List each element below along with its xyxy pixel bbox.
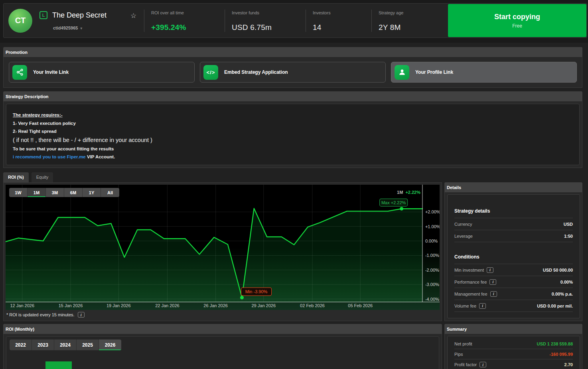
- description-line: 2- Real Tight spread: [13, 127, 579, 136]
- details-section: Details Strategy details Currency USD Le…: [444, 182, 582, 321]
- detail-row-currency: Currency USD: [454, 218, 573, 230]
- range-button-1w[interactable]: 1W: [9, 188, 28, 197]
- tab-equity[interactable]: Equity: [32, 172, 53, 182]
- summary-row-net-profit: Net profit USD 1 238 559.88: [454, 339, 573, 349]
- svg-text:+1.00%: +1.00%: [425, 224, 440, 229]
- page-title: The Deep Secret: [52, 11, 107, 20]
- roi-line-chart: 12 Jan 202615 Jan 202619 Jan 202622 Jan …: [6, 185, 440, 310]
- start-copying-button[interactable]: Start copying Free: [448, 4, 586, 37]
- share-icon: [12, 65, 27, 80]
- person-icon: [395, 65, 409, 80]
- info-icon[interactable]: i: [489, 279, 496, 285]
- summary-value: 2.70: [564, 362, 573, 367]
- stat-strategy-age: Strategy age 2Y 8M: [371, 10, 451, 32]
- range-button-3m[interactable]: 3M: [46, 188, 64, 197]
- svg-text:19 Jan 2026: 19 Jan 2026: [107, 303, 131, 308]
- detail-label: Leverage: [454, 234, 473, 239]
- detail-label: Min investment: [454, 268, 484, 272]
- description-header: Strategy Description: [3, 91, 582, 101]
- detail-row-management-fee: Management feei 0.00% p.a.: [454, 288, 573, 300]
- svg-text:12 Jan 2026: 12 Jan 2026: [10, 303, 34, 308]
- year-button-2026[interactable]: 2026: [99, 339, 121, 350]
- range-button-6m[interactable]: 6M: [64, 188, 83, 197]
- code-icon: </>: [203, 65, 218, 80]
- summary-label: Net profit: [454, 341, 472, 346]
- range-button-all[interactable]: All: [101, 188, 119, 197]
- info-icon[interactable]: i: [479, 362, 486, 367]
- stat-roi-all-time: ROI over all time +395.24%: [144, 10, 225, 32]
- range-button-1m[interactable]: 1M: [28, 188, 46, 197]
- legend-range: 1M: [397, 190, 403, 195]
- invite-link-card[interactable]: Your Invite Link: [9, 62, 195, 83]
- stat-value: USD 6.75m: [232, 23, 306, 32]
- range-button-1y[interactable]: 1Y: [83, 188, 101, 197]
- detail-row-min-investment: Min investmenti USD 50 000.00: [454, 264, 573, 276]
- legend-value: +2.22%: [405, 190, 420, 195]
- strategy-details-heading: Strategy details: [454, 208, 573, 218]
- start-copying-label: Start copying: [494, 13, 540, 21]
- embed-strategy-label: Embed Strategy Application: [224, 69, 288, 75]
- range-selector: 1W 1M 3M 6M 1Y All: [9, 188, 119, 197]
- year-button-2024[interactable]: 2024: [54, 339, 77, 350]
- profile-link-card[interactable]: Your Profile Link: [391, 62, 577, 83]
- roi-chart-canvas[interactable]: 12 Jan 202615 Jan 202619 Jan 202622 Jan …: [6, 185, 440, 310]
- stat-value: 2Y 8M: [379, 23, 451, 32]
- fiper-link[interactable]: i recommend you to use Fiper.me: [13, 154, 86, 159]
- summary-row-pips: Pips -160 095.99: [454, 349, 573, 359]
- svg-text:Min -3.90%: Min -3.90%: [245, 289, 268, 294]
- svg-text:-3.00%: -3.00%: [425, 282, 439, 287]
- year-button-2023[interactable]: 2023: [32, 339, 54, 350]
- roi-monthly-header: ROI (Monthly): [3, 324, 442, 334]
- summary-header: Summary: [444, 324, 582, 334]
- stat-value: +395.24%: [151, 23, 225, 32]
- svg-text:05 Feb 2026: 05 Feb 2026: [348, 303, 373, 308]
- detail-label: Volume fee: [454, 304, 476, 308]
- svg-text:22 Jan 2026: 22 Jan 2026: [155, 303, 180, 308]
- description-line: 1- Very Fast execution policy: [13, 119, 579, 128]
- description-body: The strategy requires:- 1- Very Fast exe…: [6, 104, 580, 165]
- monthly-roi-bar: [45, 361, 72, 369]
- description-line: ( if not !! , there will be - / + differ…: [13, 136, 579, 145]
- invite-link-label: Your Invite Link: [33, 69, 69, 75]
- svg-text:29 Jan 2026: 29 Jan 2026: [251, 303, 276, 308]
- description-line: To be sure that your account fitting the…: [13, 145, 579, 153]
- details-header: Details: [444, 182, 582, 192]
- summary-value: -160 095.99: [549, 352, 573, 357]
- embed-strategy-card[interactable]: </> Embed Strategy Application: [200, 62, 386, 83]
- year-button-2022[interactable]: 2022: [10, 339, 32, 350]
- svg-text:Max +2.22%: Max +2.22%: [381, 200, 406, 205]
- year-button-2025[interactable]: 2025: [77, 339, 99, 350]
- info-icon[interactable]: i: [490, 291, 497, 297]
- summary-label: Profit factor: [454, 362, 477, 367]
- avatar: CT: [8, 9, 32, 33]
- promotion-section: Promotion Your Invite Link </> Embed Str…: [3, 47, 582, 88]
- svg-text:15 Jan 2026: 15 Jan 2026: [59, 303, 83, 308]
- info-icon[interactable]: i: [487, 267, 493, 273]
- favorite-star-icon[interactable]: ☆: [130, 12, 144, 20]
- stat-label: Investor funds: [232, 10, 306, 15]
- detail-value: 0.00%: [560, 280, 573, 284]
- description-line: The strategy requires:-: [13, 112, 63, 117]
- roi-chart-panel: 12 Jan 202615 Jan 202619 Jan 202622 Jan …: [3, 182, 442, 321]
- promotion-header: Promotion: [3, 47, 582, 57]
- detail-value: USD: [564, 222, 573, 227]
- summary-label: Pips: [454, 352, 463, 357]
- svg-text:+2.00%: +2.00%: [425, 209, 440, 214]
- svg-text:0.00%: 0.00%: [425, 239, 438, 243]
- strategy-description-section: Strategy Description The strategy requir…: [3, 91, 582, 168]
- account-id: ctid4925965: [53, 26, 78, 30]
- tab-roi-percent[interactable]: ROI (%): [3, 172, 29, 182]
- description-line-rest: VIP Account.: [86, 154, 115, 159]
- info-icon[interactable]: i: [78, 312, 85, 318]
- summary-section: Summary Net profit USD 1 238 559.88 Pips…: [444, 324, 582, 369]
- detail-row-volume-fee: Volume feei USD 0.00 per mil.: [454, 300, 573, 312]
- detail-row-performance-fee: Performance feei 0.00%: [454, 276, 573, 288]
- info-icon[interactable]: i: [479, 303, 486, 309]
- account-id-dropdown[interactable]: ctid4925965 ▾: [53, 26, 130, 30]
- detail-label: Management fee: [454, 292, 487, 296]
- year-selector: 2022 2023 2024 2025 2026: [10, 339, 121, 350]
- svg-text:26 Jan 2026: 26 Jan 2026: [203, 303, 228, 308]
- stat-label: Strategy age: [379, 10, 451, 15]
- svg-text:02 Feb 2026: 02 Feb 2026: [300, 303, 325, 308]
- leader-badge-icon: L: [39, 11, 47, 19]
